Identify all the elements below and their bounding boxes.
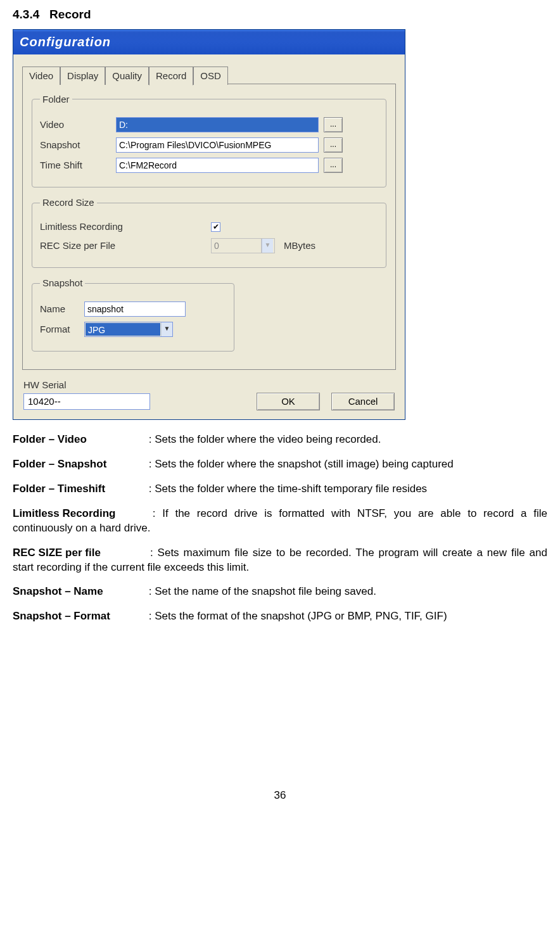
limitless-recording-checkbox[interactable]: ✔ xyxy=(211,222,220,232)
snapshot-group: Snapshot Name Format JPG ▼ xyxy=(32,277,234,351)
tab-quality[interactable]: Quality xyxy=(105,67,149,85)
rec-size-dropdown: ▼ xyxy=(261,238,275,253)
section-name: Record xyxy=(49,8,91,21)
dialog-bottom-area: HW Serial OK Cancel xyxy=(13,379,405,419)
snapshot-name-input[interactable] xyxy=(84,301,186,317)
snapshot-name-label: Name xyxy=(40,303,84,315)
snapshot-format-value: JPG xyxy=(86,323,160,336)
desc-limitless: Limitless Recording : If the record driv… xyxy=(13,507,547,536)
folder-snapshot-browse-button[interactable]: ... xyxy=(324,137,343,153)
snapshot-format-label: Format xyxy=(40,323,84,336)
tab-strip: VideoDisplayQualityRecordOSD xyxy=(22,66,396,84)
desc-folder-timeshift: Folder – Timeshift : Sets the folder whe… xyxy=(13,482,547,497)
cancel-button[interactable]: Cancel xyxy=(331,393,395,410)
limitless-recording-label: Limitless Recording xyxy=(40,220,167,233)
record-size-group: Record Size Limitless Recording ✔ REC Si… xyxy=(32,196,386,269)
rec-size-input xyxy=(211,238,262,253)
folder-timeshift-input[interactable] xyxy=(116,158,319,173)
folder-video-label: Video xyxy=(40,118,116,131)
section-heading: 4.3.4 Record xyxy=(13,6,547,23)
record-size-legend: Record Size xyxy=(40,196,97,209)
folder-snapshot-input[interactable] xyxy=(116,137,319,153)
desc-folder-snapshot: Folder – Snapshot : Sets the folder wher… xyxy=(13,457,547,472)
tab-record[interactable]: Record xyxy=(149,67,193,86)
desc-folder-video: Folder – Video : Sets the folder where t… xyxy=(13,433,547,447)
rec-size-label: REC Size per File xyxy=(40,239,167,252)
dialog-titlebar: Configuration xyxy=(13,30,405,54)
rec-size-unit: MBytes xyxy=(284,239,315,252)
hw-serial-label: HW Serial xyxy=(23,379,395,391)
tab-osd[interactable]: OSD xyxy=(193,67,228,85)
chevron-down-icon: ▼ xyxy=(161,322,172,336)
description-list: Folder – Video : Sets the folder where t… xyxy=(13,433,547,624)
folder-legend: Folder xyxy=(40,93,72,106)
hw-serial-input[interactable] xyxy=(23,393,150,410)
desc-snapshot-format: Snapshot – Format : Sets the format of t… xyxy=(13,609,547,624)
folder-timeshift-label: Time Shift xyxy=(40,159,116,172)
folder-timeshift-browse-button[interactable]: ... xyxy=(324,158,343,173)
snapshot-legend: Snapshot xyxy=(40,277,85,289)
tab-display[interactable]: Display xyxy=(60,67,105,85)
folder-video-browse-button[interactable]: ... xyxy=(324,117,343,132)
chevron-down-icon: ▼ xyxy=(262,239,273,253)
folder-snapshot-label: Snapshot xyxy=(40,139,116,151)
tab-video[interactable]: Video xyxy=(22,67,60,85)
record-tab-panel: Folder Video ... Snapshot ... Time Shift… xyxy=(22,84,396,370)
section-number: 4.3.4 xyxy=(13,8,39,21)
ok-button[interactable]: OK xyxy=(257,393,320,410)
page-number: 36 xyxy=(13,789,547,803)
snapshot-format-dropdown[interactable]: JPG ▼ xyxy=(84,322,173,337)
configuration-dialog: Configuration VideoDisplayQualityRecordO… xyxy=(13,29,405,420)
desc-recsize: REC SIZE per file : Sets maximum file si… xyxy=(13,546,547,575)
desc-snapshot-name: Snapshot – Name : Set the name of the sn… xyxy=(13,585,547,599)
folder-group: Folder Video ... Snapshot ... Time Shift… xyxy=(32,93,386,187)
folder-video-input[interactable] xyxy=(116,117,319,132)
